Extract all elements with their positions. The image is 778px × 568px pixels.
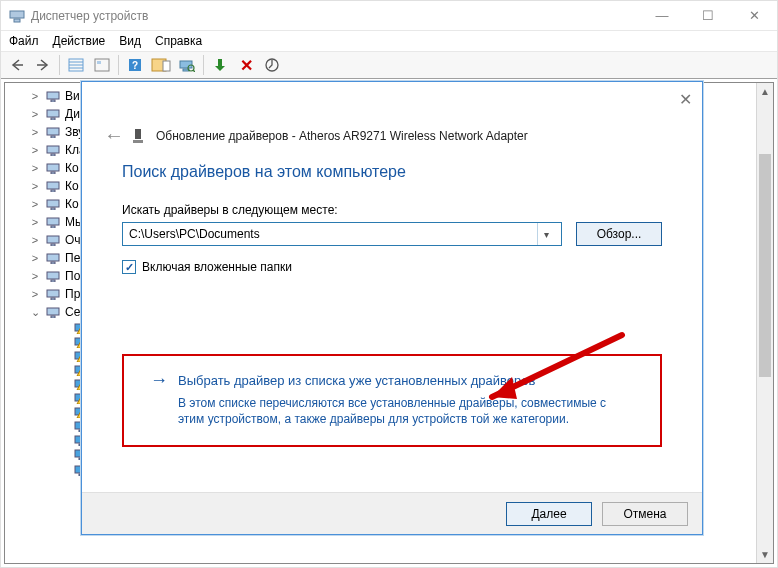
svg-rect-33 [51, 226, 55, 228]
category-icon [45, 215, 61, 229]
back-icon[interactable] [5, 54, 29, 76]
svg-rect-19 [51, 100, 55, 102]
expand-icon[interactable]: > [29, 87, 41, 105]
svg-rect-25 [51, 154, 55, 156]
expand-icon[interactable]: > [29, 123, 41, 141]
svg-rect-42 [47, 308, 59, 315]
close-button[interactable]: ✕ [731, 1, 777, 30]
expand-icon[interactable]: > [29, 159, 41, 177]
svg-rect-43 [51, 316, 55, 318]
enable-icon[interactable] [208, 54, 232, 76]
help-icon[interactable]: ? [123, 54, 147, 76]
tree-node-label: Ко [65, 159, 79, 177]
svg-rect-40 [47, 290, 59, 297]
svg-rect-32 [47, 218, 59, 225]
category-icon [45, 161, 61, 175]
tree-node-label: Ди [65, 105, 80, 123]
svg-rect-22 [47, 128, 59, 135]
tree-node-label: Ко [65, 195, 79, 213]
include-subfolders-label: Включая вложенные папки [142, 260, 292, 274]
svg-rect-36 [47, 254, 59, 261]
disable-icon[interactable]: ✕ [234, 54, 258, 76]
tree-node-label: Ко [65, 177, 79, 195]
location-label: Искать драйверы в следующем месте: [122, 203, 662, 217]
driver-path-value: C:\Users\PC\Documents [129, 227, 260, 241]
tree-node-label: Оч [65, 231, 81, 249]
option-arrow-icon: → [150, 370, 168, 391]
action-icon[interactable] [149, 54, 173, 76]
expand-icon[interactable]: > [29, 195, 41, 213]
next-button[interactable]: Далее [506, 502, 592, 526]
tree-node-label: Пр [65, 285, 80, 303]
svg-rect-20 [47, 110, 59, 117]
show-hidden-icon[interactable] [64, 54, 88, 76]
cancel-button[interactable]: Отмена [602, 502, 688, 526]
dialog-back-icon[interactable]: ← [104, 124, 122, 147]
option-title: Выбрать драйвер из списка уже установлен… [178, 373, 535, 388]
dialog-close-icon[interactable]: ✕ [679, 90, 692, 109]
svg-rect-27 [51, 172, 55, 174]
menu-view[interactable]: Вид [119, 34, 141, 48]
properties-icon[interactable] [90, 54, 114, 76]
app-icon [9, 8, 25, 24]
expand-icon[interactable]: > [29, 267, 41, 285]
expand-icon[interactable]: > [29, 141, 41, 159]
update-driver-dialog: ✕ ← Обновление драйверов - Atheros AR927… [81, 81, 703, 535]
combo-caret-icon[interactable]: ▾ [537, 223, 555, 245]
svg-rect-37 [51, 262, 55, 264]
expand-icon[interactable]: > [29, 249, 41, 267]
menu-action[interactable]: Действие [53, 34, 106, 48]
svg-rect-18 [47, 92, 59, 99]
svg-rect-11 [163, 61, 170, 71]
tree-node-label: Пе [65, 249, 80, 267]
expand-icon[interactable]: ⌄ [29, 303, 41, 321]
update-driver-icon[interactable] [260, 54, 284, 76]
svg-rect-28 [47, 182, 59, 189]
window-title: Диспетчер устройств [31, 9, 639, 23]
expand-icon[interactable]: > [29, 105, 41, 123]
svg-text:?: ? [132, 60, 138, 71]
scan-icon[interactable] [175, 54, 199, 76]
svg-rect-16 [218, 59, 222, 67]
scroll-up-icon[interactable]: ▲ [757, 83, 773, 100]
driver-path-combo[interactable]: C:\Users\PC\Documents ▾ [122, 222, 562, 246]
scroll-thumb[interactable] [759, 154, 771, 377]
menu-help[interactable]: Справка [155, 34, 202, 48]
category-icon [45, 107, 61, 121]
expand-icon[interactable]: > [29, 285, 41, 303]
scroll-down-icon[interactable]: ▼ [757, 546, 773, 563]
svg-rect-80 [135, 129, 141, 139]
svg-rect-41 [51, 298, 55, 300]
category-icon [45, 233, 61, 247]
svg-rect-81 [133, 140, 143, 143]
tree-node-label: По [65, 267, 80, 285]
svg-rect-23 [51, 136, 55, 138]
svg-rect-34 [47, 236, 59, 243]
maximize-button[interactable]: ☐ [685, 1, 731, 30]
select-from-list-option[interactable]: → Выбрать драйвер из списка уже установл… [122, 354, 662, 447]
expand-icon[interactable]: > [29, 177, 41, 195]
include-subfolders-checkbox[interactable]: ✓ [122, 260, 136, 274]
category-icon [45, 143, 61, 157]
svg-rect-38 [47, 272, 59, 279]
category-icon [45, 251, 61, 265]
category-icon [45, 125, 61, 139]
svg-rect-26 [47, 164, 59, 171]
svg-rect-29 [51, 190, 55, 192]
svg-rect-30 [47, 200, 59, 207]
expand-icon[interactable]: > [29, 213, 41, 231]
expand-icon[interactable]: > [29, 231, 41, 249]
svg-rect-39 [51, 280, 55, 282]
forward-icon[interactable] [31, 54, 55, 76]
vertical-scrollbar[interactable]: ▲ ▼ [756, 83, 773, 563]
menu-file[interactable]: Файл [9, 34, 39, 48]
menubar: Файл Действие Вид Справка [1, 31, 777, 51]
category-icon [45, 89, 61, 103]
minimize-button[interactable]: — [639, 1, 685, 30]
category-icon [45, 305, 61, 319]
dialog-title: Поиск драйверов на этом компьютере [82, 147, 702, 189]
svg-line-15 [193, 70, 195, 72]
browse-button[interactable]: Обзор... [576, 222, 662, 246]
svg-rect-24 [47, 146, 59, 153]
device-icon [132, 128, 146, 144]
